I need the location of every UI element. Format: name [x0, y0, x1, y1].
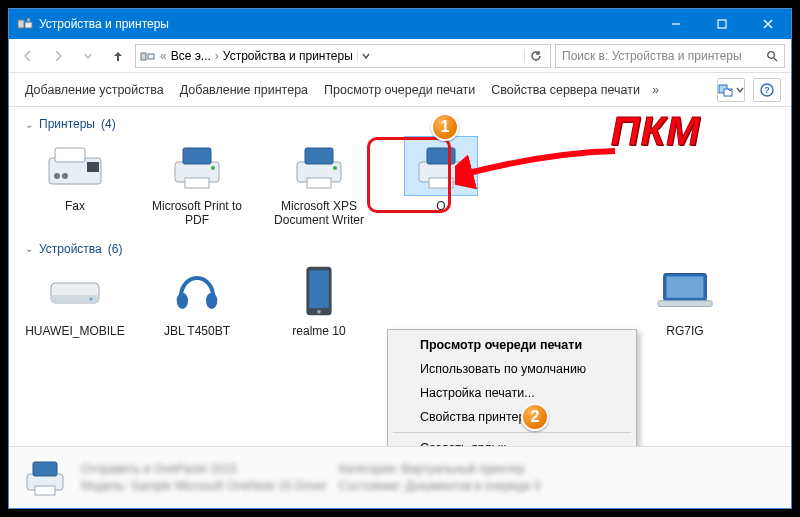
device-item-fax[interactable]: Fax [25, 137, 125, 228]
svg-point-23 [211, 166, 215, 170]
device-item-ms-print-pdf[interactable]: Microsoft Print to PDF [147, 137, 247, 228]
device-label: realme 10 [269, 324, 369, 338]
svg-line-10 [774, 58, 777, 61]
printer-icon [161, 137, 233, 195]
history-dropdown[interactable] [75, 43, 101, 69]
device-label: HUAWEI_MOBILE [25, 324, 125, 338]
svg-rect-17 [87, 162, 99, 172]
context-menu: Просмотр очереди печати Использовать по … [387, 329, 637, 446]
headphones-icon [161, 262, 233, 320]
titlebar: Устройства и принтеры [9, 9, 791, 39]
devices-icon [17, 16, 33, 32]
device-item-rg7ig[interactable]: RG7IG [635, 262, 735, 338]
ctx-view-queue[interactable]: Просмотр очереди печати [391, 333, 633, 357]
group-devices-label: Устройства [39, 242, 102, 256]
search-placeholder-text: Поиск в: Устройства и принтеры [562, 49, 742, 63]
svg-rect-4 [718, 20, 726, 28]
device-label: Microsoft XPS Document Writer [269, 199, 369, 228]
svg-rect-44 [33, 462, 57, 476]
add-printer-button[interactable]: Добавление принтера [174, 79, 314, 101]
address-bar[interactable]: « Все э... › Устройства и принтеры [135, 44, 551, 68]
ctx-set-default[interactable]: Использовать по умолчанию [391, 357, 633, 381]
svg-rect-38 [309, 270, 329, 308]
svg-rect-21 [183, 148, 211, 164]
svg-rect-22 [185, 178, 209, 188]
footer-line-1: Отправить в OnePaste 2015 [81, 461, 327, 478]
device-label: Microsoft Print to PDF [147, 199, 247, 228]
device-item-ms-xps[interactable]: Microsoft XPS Document Writer [269, 137, 369, 228]
svg-rect-16 [55, 148, 85, 162]
svg-point-18 [54, 173, 60, 179]
ctx-printer-props[interactable]: Свойства принтера [391, 405, 633, 429]
footer-line-2: Модель: Sample Microsoft OneNote 15 Driv… [81, 478, 327, 495]
svg-rect-1 [25, 22, 32, 28]
ctx-create-shortcut[interactable]: Создать ярлык [391, 436, 633, 446]
minimize-button[interactable] [653, 9, 699, 39]
device-item-jbl[interactable]: JBL T450BT [147, 262, 247, 338]
search-input[interactable]: Поиск в: Устройства и принтеры [555, 44, 785, 68]
content-area: ⌄ Принтеры (4) Fax Microsoft Print to PD… [9, 107, 791, 446]
breadcrumb-sep: « [160, 49, 167, 63]
add-device-button[interactable]: Добавление устройства [19, 79, 170, 101]
svg-point-9 [768, 51, 775, 58]
svg-point-35 [177, 292, 188, 308]
group-printers-count: (4) [101, 117, 116, 131]
annotation-pkm-label: ПКМ [611, 109, 701, 154]
device-item-huawei-mobile[interactable]: HUAWEI_MOBILE [25, 262, 125, 338]
annotation-badge-1: 1 [431, 113, 459, 141]
server-props-button[interactable]: Свойства сервера печати [485, 79, 646, 101]
breadcrumb-current[interactable]: Устройства и принтеры [223, 49, 353, 63]
device-label: O [391, 199, 491, 213]
svg-point-34 [90, 297, 93, 300]
details-pane: Отправить в OnePaste 2015 Модель: Sample… [9, 446, 791, 508]
navbar: « Все э... › Устройства и принтеры Поиск… [9, 39, 791, 73]
device-label: RG7IG [635, 324, 735, 338]
device-label: JBL T450BT [147, 324, 247, 338]
svg-rect-41 [667, 276, 704, 297]
forward-button[interactable] [45, 43, 71, 69]
devices-small-icon [140, 49, 156, 63]
svg-rect-29 [427, 148, 455, 164]
footer-line-3: Категория: Виртуальный принтер [339, 461, 541, 478]
search-icon [766, 50, 778, 62]
svg-rect-2 [27, 18, 30, 22]
details-text-2: Категория: Виртуальный принтер Состояние… [339, 461, 541, 495]
svg-rect-30 [429, 178, 453, 188]
close-button[interactable] [745, 9, 791, 39]
back-button[interactable] [15, 43, 41, 69]
fax-icon [39, 137, 111, 195]
svg-rect-26 [307, 178, 331, 188]
refresh-button[interactable] [524, 49, 546, 63]
details-text: Отправить в OnePaste 2015 Модель: Sample… [81, 461, 327, 495]
toolbar-overflow[interactable]: » [650, 83, 661, 97]
help-button[interactable]: ? [753, 78, 781, 102]
view-mode-button[interactable] [717, 78, 745, 102]
group-devices-count: (6) [108, 242, 123, 256]
up-button[interactable] [105, 43, 131, 69]
svg-rect-7 [141, 53, 146, 60]
maximize-button[interactable] [699, 9, 745, 39]
svg-rect-42 [658, 300, 712, 306]
footer-line-4: Состояние: Документов в очереди 0 [339, 478, 541, 495]
address-dropdown[interactable] [357, 51, 375, 61]
laptop-icon [649, 262, 721, 320]
group-devices-header[interactable]: ⌄ Устройства (6) [25, 242, 775, 256]
printer-thumbnail-icon [21, 458, 69, 498]
svg-rect-8 [148, 54, 154, 59]
svg-rect-45 [35, 486, 55, 495]
svg-text:?: ? [764, 85, 770, 95]
view-queue-button[interactable]: Просмотр очереди печати [318, 79, 481, 101]
annotation-badge-2: 2 [521, 403, 549, 431]
device-label: Fax [25, 199, 125, 213]
svg-point-27 [333, 166, 337, 170]
svg-point-19 [62, 173, 68, 179]
svg-point-39 [317, 310, 321, 314]
svg-rect-0 [18, 20, 24, 28]
ctx-print-prefs[interactable]: Настройка печати... [391, 381, 633, 405]
svg-point-36 [206, 292, 217, 308]
chevron-down-icon: ⌄ [25, 243, 33, 254]
devices-list: HUAWEI_MOBILE JBL T450BT realme 10 U RG7… [25, 262, 775, 338]
breadcrumb-root[interactable]: Все э... [171, 49, 211, 63]
toolbar: Добавление устройства Добавление принтер… [9, 73, 791, 107]
device-item-realme[interactable]: realme 10 [269, 262, 369, 338]
